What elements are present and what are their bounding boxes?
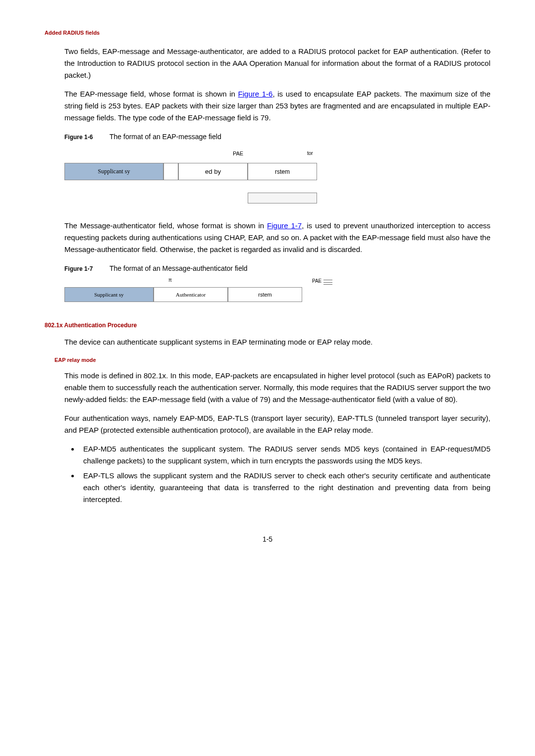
figure-box <box>163 163 178 180</box>
paragraph-text: The device can authenticate supplicant s… <box>64 338 373 346</box>
figure-box: Authenticator <box>154 287 228 302</box>
section-header: Added RADIUS fields <box>45 30 490 36</box>
body-paragraph: The Message-authenticator field, whose f… <box>64 220 490 255</box>
figure-top-label: π <box>168 277 172 283</box>
body-paragraph: The device can authenticate supplicant s… <box>64 336 490 348</box>
subsub-header: EAP relay mode <box>54 357 490 363</box>
figure-box: ed by <box>178 163 248 180</box>
paragraph-text: Four authentication ways, namely EAP-MD5… <box>64 414 490 434</box>
figure-number: Figure 1-7 <box>64 265 93 272</box>
body-paragraph: Four authentication ways, namely EAP-MD5… <box>64 412 490 436</box>
bullet-list: EAP-MD5 authenticates the supplicant sys… <box>79 443 490 505</box>
figure-top-label: tor <box>307 151 313 156</box>
list-item: EAP-MD5 authenticates the supplicant sys… <box>79 443 490 467</box>
hamburger-icon <box>323 280 332 285</box>
figure-box: Supplicant sy <box>64 163 163 180</box>
figure-label: Figure 1-6 The format of an EAP-message … <box>64 133 490 141</box>
paragraph-text: The EAP-message field, whose format is s… <box>64 90 238 98</box>
list-item: EAP-TLS allows the supplicant system and… <box>79 470 490 505</box>
paragraph-text: This mode is defined in 802.1x. In this … <box>64 371 490 403</box>
figure-label: Figure 1-7 The format of an Message-auth… <box>64 264 490 272</box>
figure-caption: The format of an Message-authenticator f… <box>109 264 248 272</box>
figure-caption: The format of an EAP-message field <box>109 133 221 141</box>
figure-box: rstem <box>248 163 317 180</box>
page-number: 1-5 <box>45 535 490 543</box>
figure-box: rstem <box>228 287 302 302</box>
figure-link[interactable]: Figure 1-7 <box>267 221 302 230</box>
figure-number: Figure 1-6 <box>64 134 93 141</box>
body-paragraph: Two fields, EAP-message and Message-auth… <box>64 46 490 81</box>
figure-subbox <box>248 193 317 203</box>
body-paragraph: This mode is defined in 802.1x. In this … <box>64 370 490 405</box>
figure-1-6: PAE tor Supplicant sy ed by rstem <box>64 146 490 210</box>
figure-right-label: PAE <box>312 278 321 284</box>
figure-box: Supplicant sy <box>64 287 154 302</box>
paragraph-text: The Message-authenticator field, whose f… <box>64 221 267 230</box>
paragraph-text: Two fields, EAP-message and Message-auth… <box>64 47 490 79</box>
figure-top-label: PAE <box>233 151 243 156</box>
figure-1-7: π PAE Supplicant sy Authenticator rstem <box>64 277 490 307</box>
figure-link[interactable]: Figure 1-6 <box>238 90 273 98</box>
subsection-header: 802.1x Authentication Procedure <box>45 322 490 329</box>
body-paragraph: The EAP-message field, whose format is s… <box>64 88 490 124</box>
